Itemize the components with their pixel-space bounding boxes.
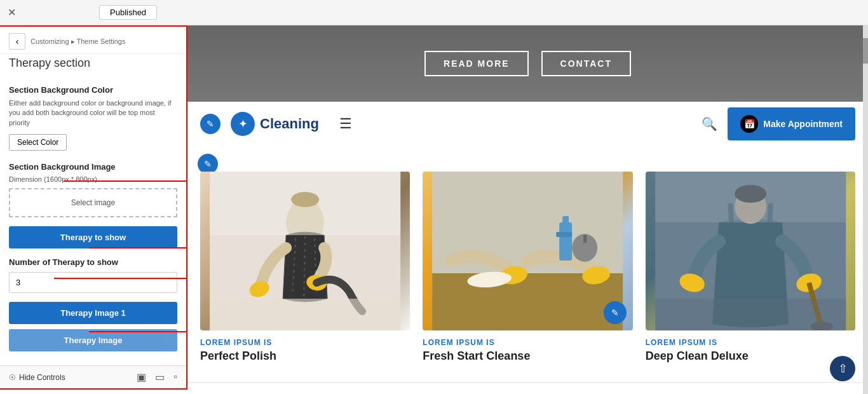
left-panel-wrapper: ‹ Customizing ▸ Theme Settings Therapy s… — [0, 25, 187, 394]
logo-star-icon: ✦ — [238, 117, 248, 131]
contact-button[interactable]: CONTACT — [541, 51, 631, 76]
card-2-image: ✎ — [423, 172, 632, 330]
preview-nav: ✎ ✦ Cleaning ☰ 🔍 📅 Make Appointment — [187, 102, 868, 146]
panel-title: Therapy section — [0, 54, 186, 76]
bg-color-section: Section Background Color Either add back… — [9, 85, 177, 162]
card-3: LOREM IPSUM IS Deep Clean Deluxe — [646, 172, 855, 363]
main-area: ‹ Customizing ▸ Theme Settings Therapy s… — [0, 25, 868, 394]
preview-logo: ✦ Cleaning — [231, 112, 319, 136]
mobile-icon[interactable]: ▫ — [173, 371, 177, 383]
scroll-up-button[interactable]: ⇧ — [830, 356, 855, 381]
right-content: READ MORE CONTACT ✎ ✦ Cleaning ☰ 🔍 📅 Mak… — [187, 25, 868, 394]
preview-hero: READ MORE CONTACT — [187, 25, 868, 102]
svg-rect-37 — [655, 172, 846, 222]
card-3-title: Deep Clean Deluxe — [646, 350, 855, 363]
read-more-button[interactable]: READ MORE — [424, 51, 529, 76]
tablet-icon[interactable]: ▭ — [155, 371, 165, 383]
number-of-therapy-input[interactable] — [9, 272, 177, 293]
panel-header: ‹ Customizing ▸ Theme Settings — [0, 27, 186, 54]
svg-rect-29 — [583, 235, 587, 243]
search-icon[interactable]: 🔍 — [702, 116, 717, 132]
appointment-button[interactable]: 📅 Make Appointment — [728, 107, 855, 140]
scrollbar-thumb[interactable] — [863, 38, 868, 64]
svg-rect-18 — [210, 299, 400, 330]
hide-controls-button[interactable]: ☉ Hide Controls — [9, 373, 65, 382]
card-1-image — [200, 172, 410, 330]
hide-controls-label: Hide Controls — [19, 373, 65, 382]
svg-rect-26 — [562, 216, 569, 229]
preview-section: ✎ — [187, 146, 868, 382]
appointment-label: Make Appointment — [763, 119, 843, 129]
bg-image-section: Section Background Image Dimension (1600… — [9, 162, 177, 217]
hamburger-icon[interactable]: ☰ — [339, 116, 352, 132]
close-icon[interactable]: ✕ — [5, 6, 18, 19]
top-bar: ✕ Published — [0, 0, 868, 25]
footer-icons: ▣ ▭ ▫ — [137, 371, 177, 383]
calendar-icon: 📅 — [740, 115, 758, 133]
back-button[interactable]: ‹ — [9, 33, 25, 50]
published-button[interactable]: Published — [99, 5, 157, 20]
card-1: LOREM IPSUM IS Perfect Polish — [200, 172, 410, 363]
preview-section-2: ✎ — [187, 383, 868, 394]
card-1-title: Perfect Polish — [200, 350, 410, 363]
desktop-icon[interactable]: ▣ — [137, 371, 146, 383]
select-image-box[interactable]: Select image — [9, 188, 177, 217]
eye-icon: ☉ — [9, 373, 16, 382]
logo-text: Cleaning — [260, 116, 319, 132]
card-1-subtitle: LOREM IPSUM IS — [200, 338, 410, 347]
card-2: ✎ LOREM IPSUM IS Fresh Start Cleanse — [423, 172, 632, 363]
panel-content: Section Background Color Either add back… — [0, 76, 186, 365]
left-panel: ‹ Customizing ▸ Theme Settings Therapy s… — [0, 25, 187, 390]
card-3-image — [646, 172, 855, 330]
therapy-image-1-button[interactable]: Therapy Image 1 — [9, 302, 177, 324]
bg-color-label: Section Background Color — [9, 85, 177, 95]
breadcrumb: Customizing ▸ Theme Settings — [31, 37, 125, 46]
cards-container: LOREM IPSUM IS Perfect Polish — [200, 165, 855, 363]
dimension-label: Dimension (1600px * 800px) — [9, 175, 177, 183]
svg-rect-38 — [655, 299, 846, 330]
card-3-subtitle: LOREM IPSUM IS — [646, 338, 855, 347]
bg-color-desc: Either add background color or backgroun… — [9, 98, 177, 128]
therapy-to-show-button[interactable]: Therapy to show — [9, 226, 177, 248]
panel-footer: ☉ Hide Controls ▣ ▭ ▫ — [0, 365, 186, 388]
svg-rect-27 — [556, 232, 572, 237]
svg-rect-17 — [210, 172, 400, 235]
select-color-button[interactable]: Select Color — [9, 134, 67, 151]
card-2-subtitle: LOREM IPSUM IS — [423, 338, 632, 347]
card-2-title: Fresh Start Cleanse — [423, 350, 632, 363]
therapy-image-2-button[interactable]: Therapy Image — [9, 329, 177, 351]
number-of-therapy-label: Number of Therapy to show — [9, 257, 177, 267]
nav-edit-icon[interactable]: ✎ — [200, 114, 220, 134]
logo-icon: ✦ — [231, 112, 255, 136]
number-of-therapy-section: Number of Therapy to show — [9, 257, 177, 302]
scrollbar[interactable] — [863, 25, 868, 394]
card-2-edit-icon[interactable]: ✎ — [604, 301, 627, 324]
bg-image-label: Section Background Image — [9, 162, 177, 172]
